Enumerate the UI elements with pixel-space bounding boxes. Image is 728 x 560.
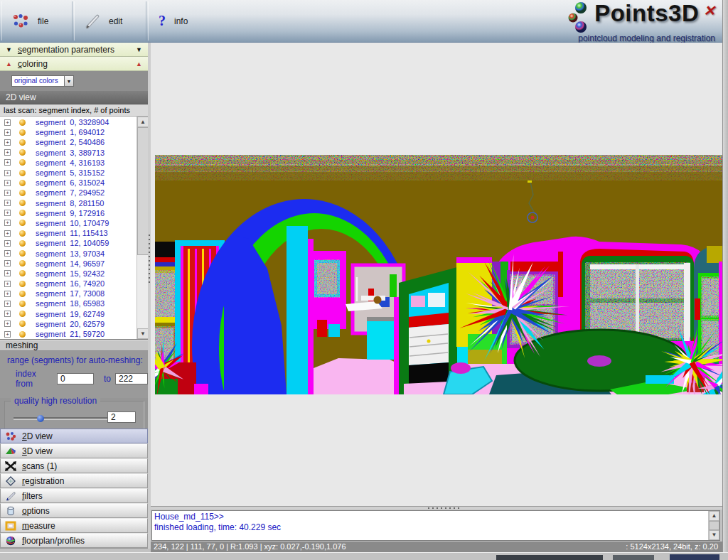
expand-icon[interactable]: + [4, 170, 11, 176]
segment-row[interactable]: +segment 5, 315152 [0, 168, 136, 178]
segment-sphere-icon [19, 119, 26, 126]
nav-options-button[interactable]: options [0, 503, 148, 518]
segment-row[interactable]: +segment 15, 92432 [0, 269, 136, 279]
segment-row[interactable]: +segment 13, 97034 [0, 248, 136, 258]
scroll-down-icon[interactable]: ▼ [709, 530, 719, 540]
segment-row[interactable]: +segment 1, 694012 [0, 127, 136, 137]
segment-sphere-icon [19, 291, 26, 297]
expand-icon[interactable]: + [4, 139, 11, 146]
to-label: to [104, 374, 111, 384]
scroll-up-icon[interactable]: ▲ [709, 511, 719, 521]
expand-icon[interactable]: + [4, 291, 11, 297]
nav-registration-button[interactable]: registration [0, 473, 148, 488]
segment-row[interactable]: +segment 2, 540486 [0, 137, 136, 147]
file-button[interactable]: file [1, 1, 73, 41]
edit-button[interactable]: edit [74, 1, 146, 41]
segment-label: segment 2, 540486 [36, 138, 105, 146]
index-to-input[interactable] [115, 373, 148, 384]
expand-icon[interactable]: + [4, 159, 11, 166]
expand-icon[interactable]: + [4, 260, 11, 266]
close-icon[interactable]: ✕ [703, 2, 715, 19]
segment-row[interactable]: +segment 19, 62749 [0, 309, 136, 319]
segment-row[interactable]: +segment 8, 281150 [0, 198, 136, 208]
segment-row[interactable]: +segment 7, 294952 [0, 188, 136, 198]
expand-icon[interactable]: + [4, 149, 11, 156]
section-segmentation-parameters[interactable]: ▼ segmentation parameters ▼ [0, 43, 148, 57]
expand-icon[interactable]: + [4, 180, 11, 186]
scroll-down-icon[interactable]: ▼ [137, 328, 148, 339]
nav-label: scans (1) [22, 461, 57, 471]
segment-label: segment 7, 294952 [36, 188, 105, 197]
expand-icon[interactable]: + [4, 200, 11, 206]
console-splitter[interactable] [151, 506, 722, 510]
nav-scans-button[interactable]: scans (1) [0, 458, 148, 473]
segment-label: segment 5, 315152 [36, 168, 105, 177]
nav-floorplan-button[interactable]: floorplan/profiles [0, 533, 148, 548]
segment-row[interactable]: +segment 16, 74920 [0, 279, 136, 289]
panorama-scan-image[interactable] [155, 155, 722, 394]
tree-scrollbar[interactable]: ▲ ▼ [136, 117, 148, 339]
quality-value-input[interactable] [107, 411, 136, 423]
slider-thumb[interactable] [37, 415, 44, 422]
console-scrollbar[interactable]: ▲ ▼ [708, 511, 719, 540]
segment-row[interactable]: +segment 4, 316193 [0, 158, 136, 168]
expand-icon[interactable]: + [4, 230, 11, 237]
segment-row[interactable]: +segment 0, 3328904 [0, 117, 136, 127]
segment-row[interactable]: +segment 17, 73008 [0, 289, 136, 298]
view-mode-header: 2D view [0, 91, 148, 104]
segment-row[interactable]: +segment 20, 62579 [0, 319, 136, 329]
section-coloring[interactable]: ▲ coloring ▲ [0, 57, 148, 71]
segment-label: segment 4, 316193 [36, 158, 105, 167]
expand-icon[interactable]: + [4, 250, 11, 257]
quality-slider[interactable] [14, 417, 107, 420]
expand-icon[interactable]: + [4, 321, 11, 327]
expand-icon[interactable]: + [4, 301, 11, 307]
expand-icon[interactable]: + [4, 240, 11, 247]
nav-label: filters [22, 491, 43, 501]
nav-3d-view-button[interactable]: 3D view [0, 443, 148, 458]
expand-icon[interactable]: + [4, 190, 11, 196]
index-from-input[interactable] [57, 373, 94, 384]
segment-row[interactable]: +segment 9, 172916 [0, 208, 136, 218]
segment-sphere-icon [19, 281, 26, 287]
segment-sphere-icon [19, 250, 26, 257]
expand-icon[interactable]: + [4, 129, 11, 136]
segment-label: segment 1, 694012 [36, 128, 105, 136]
nav-measure-button[interactable]: measure [0, 518, 148, 533]
nav-filters-button[interactable]: filters [0, 488, 148, 503]
main-2d-view[interactable] [151, 43, 722, 509]
expand-icon[interactable]: + [4, 119, 11, 126]
segment-row[interactable]: +segment 14, 96597 [0, 259, 136, 269]
quality-label: quality high resolution [11, 396, 100, 406]
nav-2d-view-button[interactable]: 2D view [0, 429, 148, 443]
segment-list: +segment 0, 3328904+segment 1, 694012+se… [0, 117, 136, 339]
message-console[interactable]: House_md_115>> finished loading, time: 4… [151, 510, 720, 541]
segment-row[interactable]: +segment 11, 115413 [0, 228, 136, 238]
segment-row[interactable]: +segment 10, 170479 [0, 218, 136, 228]
status-image-info: : 5124x2134, 24bit, z: 0.20 [626, 542, 718, 551]
quality-groupbox: quality high resolution [4, 401, 144, 432]
coloring-mode-select[interactable]: original colors ▼ [11, 75, 74, 87]
scrollbar-thumb[interactable] [137, 127, 148, 255]
expand-icon[interactable]: + [4, 311, 11, 317]
scroll-up-icon[interactable]: ▲ [137, 117, 148, 127]
segment-row[interactable]: +segment 3, 389713 [0, 148, 136, 158]
segment-row[interactable]: +segment 21, 59720 [0, 329, 136, 339]
nav-label: registration [22, 476, 64, 486]
logo-spheres-icon [563, 1, 590, 33]
info-button[interactable]: ? info [148, 1, 222, 41]
expand-icon[interactable]: + [4, 220, 11, 226]
expand-icon[interactable]: + [4, 270, 11, 276]
chevron-down-icon: ▼ [6, 46, 12, 53]
scrollbar-thumb[interactable] [709, 521, 719, 530]
segment-row[interactable]: +segment 6, 315024 [0, 178, 136, 188]
expand-icon[interactable]: + [4, 281, 11, 287]
segment-sphere-icon [19, 311, 26, 317]
expand-icon[interactable]: + [4, 210, 11, 216]
chevron-down-icon[interactable]: ▼ [64, 75, 74, 87]
segment-row[interactable]: +segment 12, 104059 [0, 238, 136, 248]
expand-icon[interactable]: + [4, 331, 11, 338]
segment-sphere-icon [19, 139, 26, 146]
segment-row[interactable]: +segment 18, 65983 [0, 298, 136, 308]
meshing-range-panel: range (segments) for auto-meshing: index… [0, 351, 148, 388]
